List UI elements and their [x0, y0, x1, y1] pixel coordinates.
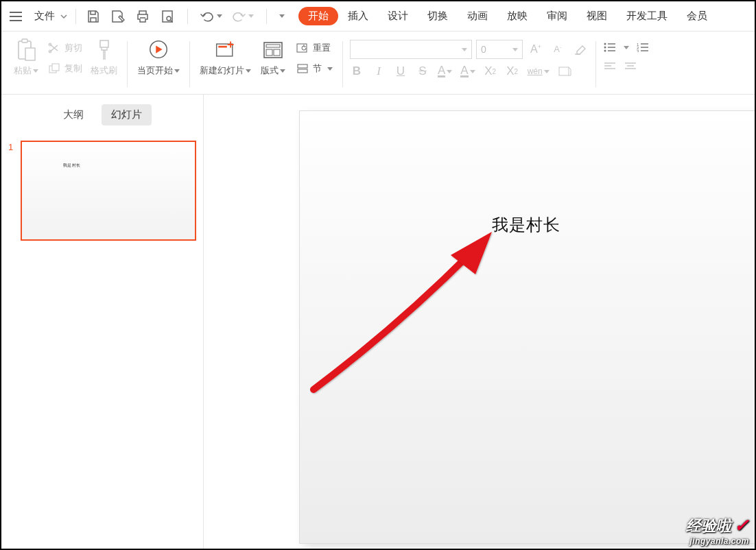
reset-icon: [296, 42, 309, 54]
reset-button[interactable]: 重置: [294, 40, 335, 56]
svg-point-23: [604, 50, 606, 52]
svg-point-21: [604, 43, 606, 45]
print-icon: [136, 10, 150, 23]
undo-button[interactable]: [200, 10, 222, 23]
pinyin-label: wén: [528, 67, 543, 76]
chevron-down-icon: [447, 70, 452, 73]
tab-view[interactable]: 视图: [577, 5, 617, 27]
align-left-button[interactable]: [603, 60, 617, 73]
cut-button[interactable]: 剪切: [45, 40, 85, 56]
align-center-button[interactable]: [624, 60, 637, 73]
slide-thumbnail[interactable]: 我是村长: [21, 141, 196, 241]
tab-developer[interactable]: 开发工具: [617, 5, 677, 27]
hamburger-icon: [10, 12, 22, 21]
bullets-button[interactable]: [603, 41, 617, 53]
section-button[interactable]: 节: [294, 60, 335, 77]
format-painter-label: 格式刷: [91, 64, 117, 77]
decrease-font-button[interactable]: A-: [549, 40, 567, 58]
chevron-down-icon: [470, 70, 475, 73]
ribbon: 粘贴 剪切 复制 格式刷 当页开始: [1, 32, 755, 95]
watermark-url: jingyanla.com: [686, 536, 749, 546]
paste-button[interactable]: 粘贴: [11, 37, 41, 78]
qat-customize-chevron[interactable]: [279, 14, 285, 18]
redo-icon: [232, 10, 246, 23]
font-color-button[interactable]: A: [438, 66, 452, 77]
save-button[interactable]: [86, 9, 101, 24]
svg-rect-12: [218, 46, 226, 48]
subscript-button[interactable]: X2: [506, 64, 519, 78]
layout-icon: [262, 38, 284, 62]
chevron-down-icon: [174, 69, 180, 73]
italic-button[interactable]: I: [372, 64, 386, 78]
underline-button[interactable]: U: [394, 64, 407, 78]
bold-button[interactable]: B: [350, 64, 364, 78]
new-slide-label: 新建幻灯片: [200, 64, 244, 77]
copy-button[interactable]: 复制: [45, 60, 85, 77]
tab-animation[interactable]: 动画: [458, 5, 497, 27]
thumbnail-text: 我是村长: [63, 163, 81, 169]
font-color-icon: A: [438, 66, 445, 77]
save-as-icon: [110, 10, 126, 23]
strikethrough-button[interactable]: S: [416, 64, 429, 78]
app-menu-button[interactable]: [5, 9, 26, 24]
group-font: 0 A+ A- B I U S A A: [343, 36, 595, 93]
highlight-icon: A: [460, 66, 468, 77]
thumbnails: 1 我是村长: [1, 132, 203, 249]
chevron-down-icon: [327, 67, 333, 71]
tab-insert[interactable]: 插入: [338, 5, 378, 27]
chevron-down-icon: [246, 69, 251, 73]
print-preview-icon: [161, 10, 174, 23]
font-name-combo[interactable]: [350, 40, 472, 59]
pinyin-button[interactable]: wén: [528, 67, 550, 76]
file-menu[interactable]: 文件: [27, 7, 71, 25]
layout-button[interactable]: 版式: [258, 37, 288, 78]
divider: [187, 9, 188, 24]
slide-title-text[interactable]: 我是村长: [492, 214, 560, 236]
file-menu-label: 文件: [34, 10, 55, 23]
slide-canvas-area[interactable]: 我是村长: [204, 95, 755, 549]
print-button[interactable]: [135, 9, 150, 24]
increase-font-button[interactable]: A+: [527, 40, 545, 58]
tab-member[interactable]: 会员: [677, 5, 717, 27]
format-painter-button[interactable]: 格式刷: [88, 37, 120, 78]
chevron-down-icon: [624, 46, 629, 49]
numbering-button[interactable]: 123: [636, 41, 650, 53]
new-slide-icon: [215, 38, 237, 62]
tab-design[interactable]: 设计: [378, 5, 418, 27]
new-slide-button[interactable]: 新建幻灯片: [197, 37, 254, 78]
tab-slideshow[interactable]: 放映: [497, 5, 537, 27]
highlight-button[interactable]: A: [460, 66, 475, 77]
redo-button[interactable]: [232, 10, 254, 23]
copy-label: 复制: [64, 62, 82, 75]
svg-rect-3: [22, 39, 27, 43]
align-center-icon: [625, 62, 636, 71]
superscript-button[interactable]: X2: [484, 64, 497, 78]
svg-rect-20: [559, 67, 569, 75]
clear-format-button[interactable]: [571, 40, 589, 58]
font-effects-button[interactable]: [558, 65, 571, 77]
chevron-down-icon: [217, 14, 222, 18]
svg-rect-19: [298, 69, 307, 73]
tab-slides[interactable]: 幻灯片: [102, 104, 152, 125]
title-bar: 文件 开始 插入 设计 切换 动画 放映: [1, 1, 755, 32]
from-current-slide-button[interactable]: 当页开始: [134, 37, 182, 78]
chevron-down-icon: [544, 70, 550, 73]
divider: [75, 9, 76, 24]
tab-home[interactable]: 开始: [298, 7, 338, 25]
slide[interactable]: 我是村长: [300, 111, 755, 543]
tab-outline[interactable]: 大纲: [54, 104, 93, 125]
tab-review[interactable]: 审阅: [537, 5, 577, 27]
tab-transition[interactable]: 切换: [418, 5, 458, 27]
undo-icon: [200, 10, 214, 23]
svg-rect-16: [274, 49, 280, 56]
from-current-label: 当页开始: [137, 64, 173, 77]
font-size-combo[interactable]: 0: [476, 40, 523, 59]
font-size-value: 0: [481, 44, 486, 55]
print-preview-button[interactable]: [160, 9, 175, 24]
svg-rect-18: [298, 64, 307, 68]
chevron-down-icon: [33, 69, 38, 73]
paste-label: 粘贴: [14, 64, 32, 77]
save-as-button[interactable]: [110, 9, 126, 24]
thumbnail-row: 1 我是村长: [8, 141, 196, 241]
chevron-down-icon: [280, 69, 285, 73]
